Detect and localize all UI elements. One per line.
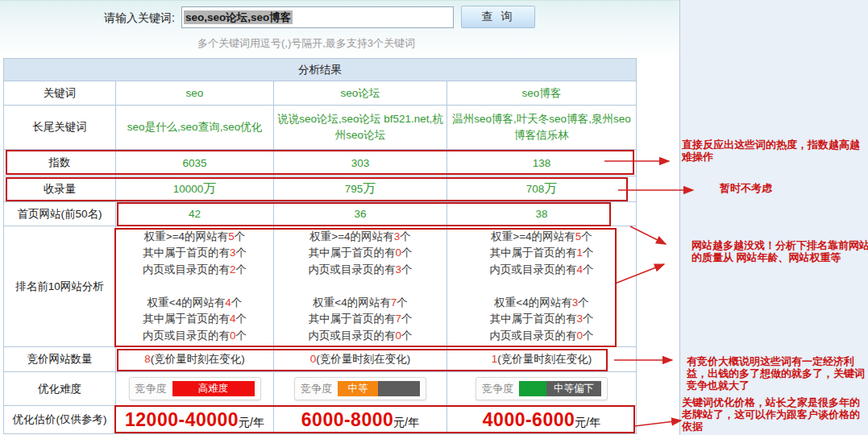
row-top10-analysis: 排名前10网站分析 权重>=4的网站有5个其中属于首页的有3个内页或目录页的有2… <box>4 226 637 347</box>
row-label-keyword: 关键词 <box>4 81 116 106</box>
index-value: 138 <box>447 150 637 176</box>
difficulty-cell: 竞争度 中等 <box>274 372 447 406</box>
row-difficulty: 优化难度 竞争度 高难度 竞争度 中等 竞争度 中等偏下 <box>4 372 637 406</box>
row-indexed-count: 收录量 10000万 795万 708万 <box>4 176 637 202</box>
difficulty-meter-medium: 竞争度 中等 <box>294 377 426 400</box>
top50-value: 38 <box>447 202 637 226</box>
row-index: 指数 6035 303 138 <box>4 150 637 176</box>
index-value: 303 <box>274 150 447 176</box>
input-hint: 多个关键词用逗号(,)号隔开,最多支持3个关键词 <box>137 36 476 51</box>
note-ignore-for-now: 暂时不考虑 <box>720 182 841 194</box>
table-title: 分析结果 <box>4 59 637 81</box>
row-label-indexed: 收录量 <box>4 176 116 202</box>
row-longtail: 长尾关键词 seo是什么,seo查询,seo优化 说说seo论坛,seo论坛 b… <box>4 106 637 150</box>
keyword-input-value: seo,seo论坛,seo博客 <box>184 10 293 24</box>
difficulty-cell: 竞争度 中等偏下 <box>447 372 637 406</box>
row-label-index: 指数 <box>4 150 116 176</box>
indexed-value: 10000万 <box>116 176 274 202</box>
estimate-cell: 6000-8000元/年 <box>274 406 447 434</box>
longtail-cell: 温州seo博客,叶天冬seo博客,泉州seo博客信乐林 <box>447 106 637 150</box>
difficulty-meter-high: 竞争度 高难度 <box>129 377 261 400</box>
difficulty-bar-green <box>519 381 546 396</box>
indexed-value: 708万 <box>447 176 637 202</box>
longtail-cell: seo是什么,seo查询,seo优化 <box>116 106 274 150</box>
keyword-cell-seo-blog: seo博客 <box>447 81 637 106</box>
estimate-cell: 12000-40000元/年 <box>116 406 274 434</box>
bidding-cell: 0(竞价量时刻在变化) <box>274 347 447 372</box>
bidding-cell: 8(竞价量时刻在变化) <box>116 347 274 372</box>
top50-value: 42 <box>116 202 274 226</box>
top10-analysis-cell: 权重>=4的网站有3个其中属于首页的有0个内页或目录页的有3个权重<4的网站有7… <box>274 226 447 347</box>
indexed-value: 795万 <box>274 176 447 202</box>
bidding-cell: 1(竞价量时刻在变化) <box>447 347 637 372</box>
row-label-top50: 首页网站(前50名) <box>4 202 116 226</box>
row-keyword: 关键词 seo seo论坛 seo博客 <box>4 81 637 106</box>
query-button[interactable]: 查 询 <box>461 6 535 28</box>
row-top50: 首页网站(前50名) 42 36 38 <box>4 202 637 226</box>
keyword-input-label: 请输入关键词: <box>104 11 175 26</box>
row-label-estimate: 优化估价(仅供参考) <box>4 406 116 434</box>
note-price-reference: 关键词优化价格，站长之家是很多年的老牌站了，这可以作为跟客户谈价格的依据 <box>682 396 867 433</box>
top10-analysis-cell: 权重>=4的网站有5个其中属于首页的有3个内页或目录页的有2个权重<4的网站有4… <box>116 226 274 347</box>
analysis-table: 分析结果 关键词 seo seo论坛 seo博客 长尾关键词 seo是什么,se… <box>3 58 637 434</box>
longtail-cell: 说说seo论坛,seo论坛 bf521.net,杭州seo论坛 <box>274 106 447 150</box>
keyword-cell-seo: seo <box>116 81 274 106</box>
row-estimate: 优化估价(仅供参考) 12000-40000元/年 6000-8000元/年 4… <box>4 406 637 434</box>
row-label-bidding: 竞价网站数量 <box>4 347 116 372</box>
note-index-heat: 直接反应出这些词的热度，指数越高越难操作 <box>682 139 864 163</box>
row-label-difficulty: 优化难度 <box>4 372 116 406</box>
row-label-top10: 排名前10网站分析 <box>4 226 116 347</box>
top10-analysis-cell: 权重>=4的网站有5个其中属于首页的有1个内页或目录页的有4个权重<4的网站有3… <box>447 226 637 347</box>
difficulty-meter-below-medium: 竞争度 中等偏下 <box>476 377 608 400</box>
difficulty-cell: 竞争度 高难度 <box>116 372 274 406</box>
difficulty-bar-red: 高难度 <box>172 381 255 396</box>
index-value: 6035 <box>116 150 274 176</box>
row-label-longtail: 长尾关键词 <box>4 106 116 150</box>
difficulty-bar-orange: 中等 <box>338 381 378 396</box>
row-bidding: 竞价网站数量 8(竞价量时刻在变化) 0(竞价量时刻在变化) 1(竞价量时刻在变… <box>4 347 637 372</box>
note-bidding-competition: 有竞价大概说明这些词有一定经济利益，出钱的多了想做的就多了，关键词竞争也就大了 <box>687 355 868 392</box>
keyword-analysis-page: { "query_form": { "label": "请输入关键词:", "i… <box>0 0 868 435</box>
keyword-cell-seo-forum: seo论坛 <box>274 81 447 106</box>
keyword-input[interactable]: seo,seo论坛,seo博客 <box>181 6 454 28</box>
top50-value: 36 <box>274 202 447 226</box>
note-top-sites-quality: 网站越多越没戏！分析下排名靠前网站的质量从 网站年龄、网站权重等 <box>691 239 868 263</box>
estimate-cell: 4000-6000元/年 <box>447 406 637 434</box>
